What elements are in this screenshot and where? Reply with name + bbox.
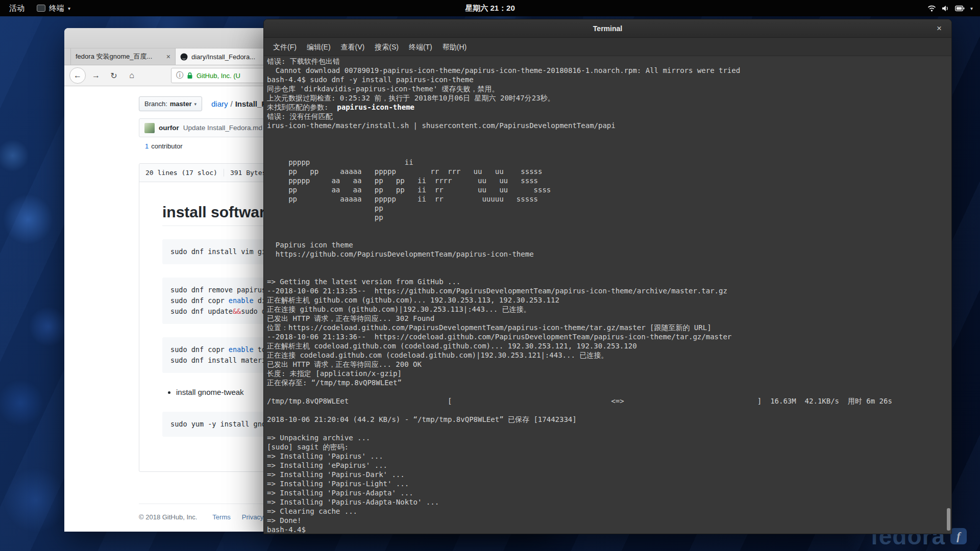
branch-label: Branch: bbox=[144, 100, 167, 108]
reload-icon: ↻ bbox=[110, 71, 117, 81]
site-identity: GitHub, Inc. (U bbox=[197, 72, 240, 80]
terminal-line bbox=[267, 222, 951, 232]
breadcrumb-separator: / bbox=[231, 99, 233, 108]
terminal-line: => Clearing cache ... bbox=[267, 507, 951, 516]
terminal-line: 位置：https://codeload.github.com/PapirusDe… bbox=[267, 323, 951, 333]
terminal-line: => Installing 'Papirus-Dark' ... bbox=[267, 470, 951, 480]
terminal-line: bash-4.4$ bbox=[267, 525, 951, 534]
home-icon: ⌂ bbox=[129, 71, 134, 80]
terminal-line: 正在解析主机 github.com (github.com)... 192.30… bbox=[267, 296, 951, 305]
branch-selector[interactable]: Branch: master ▾ bbox=[139, 96, 202, 111]
terminal-line: Papirus icon theme bbox=[267, 241, 951, 250]
chevron-down-icon: ▾ bbox=[970, 6, 973, 11]
menu-item-5[interactable]: 帮助(H) bbox=[437, 38, 472, 56]
contributor-label: contributor bbox=[151, 142, 182, 150]
terminal-line bbox=[267, 259, 951, 268]
terminal-line: [sudo] sagit 的密码: bbox=[267, 443, 951, 452]
branch-name: master bbox=[170, 100, 192, 108]
footer-link-1[interactable]: Privacy bbox=[242, 513, 264, 521]
terminal-body[interactable]: 错误: 下载软件包出错 Cannot download 00789019-pap… bbox=[264, 56, 951, 534]
terminal-line: 长度: 未指定 [application/x-gzip] bbox=[267, 369, 951, 379]
terminal-line: 正在连接 codeload.github.com (codeload.githu… bbox=[267, 351, 951, 360]
terminal-line bbox=[267, 131, 951, 140]
terminal-line: /tmp/tmp.8vQP8WLEet [ <=> ] 16.63M 42.1K… bbox=[267, 397, 951, 406]
tab-title: fedora 安装gnome_百度... bbox=[76, 52, 163, 61]
battery-icon bbox=[955, 6, 965, 11]
terminal-line: 错误: 下载软件包出错 bbox=[267, 57, 951, 66]
terminal-app-icon bbox=[37, 5, 45, 12]
menu-item-2[interactable]: 查看(V) bbox=[336, 38, 370, 56]
tab-baidu-search[interactable]: fedora 安装gnome_百度... × bbox=[70, 48, 176, 65]
app-indicator[interactable]: 终端 ▾ bbox=[37, 4, 70, 13]
terminal-line: => Installing 'Papirus-Adapta' ... bbox=[267, 489, 951, 498]
terminal-line: pp bbox=[267, 213, 951, 222]
menu-item-0[interactable]: 文件(F) bbox=[268, 38, 302, 56]
home-button[interactable]: ⌂ bbox=[124, 68, 139, 83]
activities-button[interactable]: 活动 bbox=[7, 4, 27, 13]
close-button[interactable]: × bbox=[933, 22, 945, 35]
info-icon[interactable]: ⓘ bbox=[176, 71, 183, 80]
avatar[interactable] bbox=[144, 123, 155, 133]
forward-button[interactable]: → bbox=[88, 68, 104, 83]
terminal-line bbox=[267, 424, 951, 434]
terminal-line: => Installing 'Papirus-Light' ... bbox=[267, 480, 951, 489]
terminal-line: irus-icon-theme/master/install.sh | shus… bbox=[267, 121, 951, 131]
breadcrumb-repo-link[interactable]: diary bbox=[211, 99, 228, 108]
terminal-line: pp aa aa pp pp ii rr uu uu ssss bbox=[267, 186, 951, 195]
terminal-line: 正在连接 github.com (github.com)|192.30.253.… bbox=[267, 305, 951, 314]
volume-icon bbox=[942, 5, 949, 12]
terminal-line: => Installing 'ePapirus' ... bbox=[267, 461, 951, 470]
terminal-line: pp bbox=[267, 204, 951, 213]
terminal-line: 2018-10-06 21:20:04 (44.2 KB/s) - “/tmp/… bbox=[267, 415, 951, 424]
clock[interactable]: 星期六 21：20 bbox=[465, 4, 515, 13]
gnome-topbar: 活动 终端 ▾ 星期六 21：20 ▾ bbox=[0, 0, 980, 16]
reload-button[interactable]: ↻ bbox=[106, 68, 121, 83]
terminal-line: --2018-10-06 21:13:36-- https://codeload… bbox=[267, 333, 951, 342]
terminal-line: 错误: 没有任何匹配 bbox=[267, 112, 951, 121]
terminal-line: https://github.com/PapirusDevelopmentTea… bbox=[267, 250, 951, 259]
terminal-line: => Getting the latest version from GitHu… bbox=[267, 278, 951, 287]
scrollbar[interactable] bbox=[946, 56, 951, 534]
terminal-line: => Unpacking archive ... bbox=[267, 434, 951, 443]
terminal-line: => Done! bbox=[267, 516, 951, 525]
lock-icon bbox=[187, 72, 193, 79]
terminal-line bbox=[267, 232, 951, 241]
terminal-line: pp pp aaaaa ppppp rr rrr uu uu sssss bbox=[267, 167, 951, 177]
terminal-line: pp aaaaa ppppp ii rr uuuuu sssss bbox=[267, 195, 951, 204]
terminal-line: 已发出 HTTP 请求，正在等待回应... 302 Found bbox=[267, 314, 951, 323]
copyright: © 2018 GitHub, Inc. bbox=[139, 513, 197, 521]
commit-message-link[interactable]: Update Install_Fedora.md bbox=[183, 124, 262, 132]
terminal-line: 正在保存至: “/tmp/tmp.8vQP8WLEet” bbox=[267, 379, 951, 388]
terminal-line bbox=[267, 268, 951, 278]
back-button[interactable]: ← bbox=[69, 67, 86, 84]
terminal-line: Cannot download 00789019-papirus-icon-th… bbox=[267, 66, 951, 76]
terminal-line: => Installing 'Papirus' ... bbox=[267, 452, 951, 461]
terminal-output: 错误: 下载软件包出错 Cannot download 00789019-pap… bbox=[264, 56, 951, 534]
scrollbar-thumb[interactable] bbox=[947, 508, 950, 531]
terminal-line: => Installing 'Papirus-Adapta-Nokto' ... bbox=[267, 498, 951, 507]
file-size-info: 391 Bytes bbox=[224, 169, 266, 177]
terminal-line: bash-4.4$ sudo dnf -y install papirus-ic… bbox=[267, 76, 951, 85]
terminal-line: ppppp ii bbox=[267, 158, 951, 167]
menu-item-1[interactable]: 编辑(E) bbox=[302, 38, 336, 56]
terminal-window: Terminal × 文件(F)编辑(E)查看(V)搜索(S)终端(T)帮助(H… bbox=[263, 19, 952, 534]
menu-item-4[interactable]: 终端(T) bbox=[404, 38, 437, 56]
footer-link-0[interactable]: Terms bbox=[212, 513, 230, 521]
terminal-line: ppppp aa aa pp pp ii rrrr uu uu ssss bbox=[267, 177, 951, 186]
terminal-line: 同步仓库 'dirkdavidis-papirus-icon-theme' 缓存… bbox=[267, 85, 951, 94]
terminal-titlebar[interactable]: Terminal × bbox=[264, 19, 951, 38]
terminal-line: 已发出 HTTP 请求，正在等待回应... 200 OK bbox=[267, 360, 951, 369]
terminal-line: 未找到匹配的参数: papirus-icon-theme bbox=[267, 103, 951, 112]
system-tray[interactable]: ▾ bbox=[927, 0, 973, 16]
commit-author-link[interactable]: ourfor bbox=[159, 124, 179, 132]
wifi-icon bbox=[927, 5, 936, 12]
menu-item-3[interactable]: 搜索(S) bbox=[370, 38, 404, 56]
terminal-line bbox=[267, 149, 951, 158]
back-icon: ← bbox=[74, 71, 82, 80]
file-lines-info: 20 lines (17 sloc) bbox=[145, 169, 217, 177]
tab-close-icon[interactable]: × bbox=[166, 53, 170, 61]
github-icon bbox=[180, 53, 188, 61]
forward-icon: → bbox=[92, 71, 100, 80]
terminal-menubar: 文件(F)编辑(E)查看(V)搜索(S)终端(T)帮助(H) bbox=[264, 38, 951, 56]
contributor-count: 1 bbox=[145, 142, 149, 150]
